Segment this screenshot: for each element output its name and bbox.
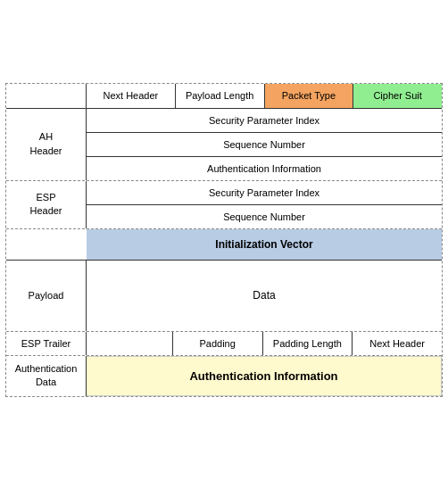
auth-data-content: Authentication Information <box>87 356 442 396</box>
esp-trailer-label: ESP Trailer <box>6 332 87 355</box>
init-vector-row: Initialization Vector <box>87 229 442 260</box>
col-payload-length: Payload Length <box>176 84 265 107</box>
payload-data: Data <box>87 261 442 331</box>
init-vector-content: Initialization Vector <box>87 229 442 260</box>
diagram: Next Header Payload Length Packet Type C… <box>5 83 443 396</box>
auth-data-label: AuthenticationData <box>6 356 87 396</box>
esp-trailer-content: Padding Padding Length Next Header <box>87 332 442 355</box>
esp-seq-row: Sequence Number <box>87 205 442 228</box>
ah-header-content: Security Parameter Index Sequence Number… <box>87 109 442 180</box>
col-packet-type: Packet Type <box>265 84 354 107</box>
ah-auth-row: Authentication Information <box>87 157 442 180</box>
esp-header-section: ESPHeader Security Parameter Index Seque… <box>6 181 442 229</box>
header-spacer <box>6 84 87 107</box>
ah-header-section: AHHeader Security Parameter Index Sequen… <box>6 109 442 181</box>
ah-header-label: AHHeader <box>6 109 87 180</box>
init-vector-label-spacer <box>6 229 87 260</box>
init-vector-section: Initialization Vector <box>6 229 442 261</box>
header-row: Next Header Payload Length Packet Type C… <box>6 84 442 108</box>
trailer-padding: Padding <box>172 332 262 355</box>
trailer-spacer <box>87 332 172 355</box>
trailer-next-header: Next Header <box>352 332 442 355</box>
ah-spi-row: Security Parameter Index <box>87 109 442 133</box>
col-next-header: Next Header <box>87 84 176 107</box>
col-cipher-suit: Cipher Suit <box>353 84 442 107</box>
trailer-padding-length: Padding Length <box>262 332 353 355</box>
esp-header-content: Security Parameter Index Sequence Number <box>87 181 442 228</box>
payload-label: Payload <box>6 261 87 331</box>
esp-spi-row: Security Parameter Index <box>87 181 442 205</box>
esp-header-label: ESPHeader <box>6 181 87 228</box>
auth-data-section: AuthenticationData Authentication Inform… <box>6 356 442 396</box>
ah-seq-row: Sequence Number <box>87 133 442 157</box>
payload-section: Payload Data <box>6 261 442 332</box>
esp-trailer-section: ESP Trailer Padding Padding Length Next … <box>6 332 442 356</box>
